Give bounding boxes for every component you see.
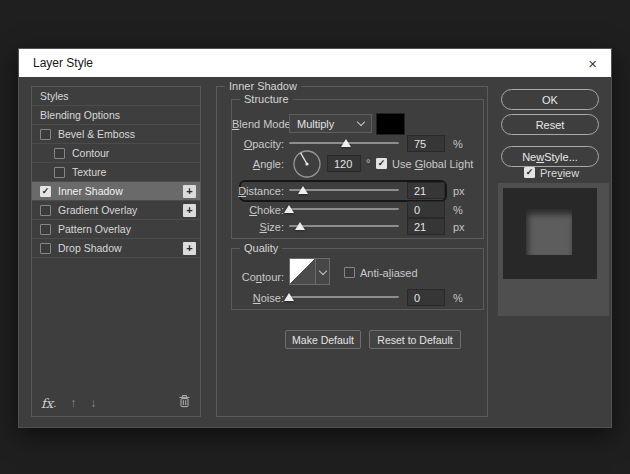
choke-slider-thumb[interactable]	[284, 205, 294, 213]
distance-slider[interactable]	[289, 189, 399, 191]
distance-label: Distance:	[232, 185, 284, 197]
add-drop-shadow-button[interactable]: +	[183, 242, 196, 255]
angle-input[interactable]: 120	[327, 155, 361, 172]
close-icon[interactable]: ×	[588, 56, 597, 71]
styles-sidebar: Styles Blending Options ✓ Bevel & Emboss…	[31, 86, 201, 417]
size-slider-thumb[interactable]	[295, 222, 305, 230]
choke-slider[interactable]	[289, 208, 399, 210]
preview-label[interactable]: Preview	[540, 167, 579, 179]
sidebar-item-label: Bevel & Emboss	[58, 128, 135, 140]
style-preview-swatch	[526, 209, 572, 255]
size-unit: px	[453, 221, 465, 233]
quality-group: Quality Contour: ✓ Anti-aliased Noise: 0…	[231, 248, 484, 310]
angle-label: Angle:	[232, 158, 284, 170]
anti-aliased-label[interactable]: Anti-aliased	[360, 267, 418, 279]
sidebar-item-label: Styles	[40, 90, 69, 102]
opacity-input[interactable]: 75	[407, 135, 445, 152]
title-bar[interactable]: Layer Style ×	[19, 49, 611, 77]
noise-unit: %	[453, 292, 463, 304]
texture-checkbox[interactable]: ✓	[54, 167, 65, 178]
use-global-light-label[interactable]: Use Global Light	[392, 158, 473, 170]
bevel-emboss-checkbox[interactable]: ✓	[40, 129, 51, 140]
noise-input[interactable]: 0	[407, 289, 445, 306]
inner-shadow-checkbox[interactable]: ✓	[40, 186, 51, 197]
sidebar-item-bevel-emboss[interactable]: ✓ Bevel & Emboss	[32, 125, 200, 144]
sidebar-item-drop-shadow[interactable]: ✓ Drop Shadow +	[32, 239, 200, 258]
sidebar-item-gradient-overlay[interactable]: ✓ Gradient Overlay +	[32, 201, 200, 220]
structure-group: Structure Blend Mode: Multiply Opacity: …	[231, 99, 484, 239]
opacity-slider-thumb[interactable]	[341, 139, 351, 147]
structure-legend: Structure	[240, 93, 293, 105]
pattern-overlay-checkbox[interactable]: ✓	[40, 224, 51, 235]
quality-legend: Quality	[240, 242, 282, 254]
blend-mode-select[interactable]: Multiply	[289, 114, 372, 133]
use-global-light-checkbox[interactable]: ✓	[376, 158, 387, 169]
add-gradient-overlay-button[interactable]: +	[183, 204, 196, 217]
chevron-down-icon	[357, 118, 365, 126]
sidebar-item-label: Gradient Overlay	[58, 204, 137, 216]
inner-shadow-panel: Inner Shadow Structure Blend Mode: Multi…	[216, 86, 488, 417]
reset-button[interactable]: Reset	[501, 114, 599, 135]
choke-input[interactable]: 0	[407, 201, 445, 218]
anti-aliased-checkbox[interactable]: ✓	[344, 267, 355, 278]
add-inner-shadow-button[interactable]: +	[183, 185, 196, 198]
distance-slider-thumb[interactable]	[298, 186, 308, 194]
sidebar-item-contour[interactable]: ✓ Contour	[32, 144, 200, 163]
sidebar-item-label: Drop Shadow	[58, 242, 122, 254]
blend-mode-value: Multiply	[297, 118, 334, 130]
sidebar-item-texture[interactable]: ✓ Texture	[32, 163, 200, 182]
new-style-button[interactable]: New Style...	[501, 146, 599, 167]
angle-dial[interactable]	[292, 149, 322, 179]
ok-button[interactable]: OK	[501, 89, 599, 110]
move-down-icon[interactable]: ↓	[90, 396, 96, 410]
delete-effect-icon[interactable]	[178, 394, 191, 412]
noise-label: Noise:	[232, 292, 284, 304]
shadow-color-swatch[interactable]	[376, 113, 405, 135]
style-preview-panel	[498, 183, 609, 316]
size-slider[interactable]	[289, 225, 399, 227]
fx-dot: .	[53, 397, 56, 409]
size-input[interactable]: 21	[407, 218, 445, 235]
opacity-slider[interactable]	[289, 142, 399, 144]
dialog-title: Layer Style	[33, 56, 93, 70]
layer-style-dialog: Layer Style × Styles Blending Options ✓ …	[18, 48, 612, 428]
preview-checkbox[interactable]: ✓	[524, 167, 535, 178]
angle-unit: °	[366, 157, 370, 169]
drop-shadow-checkbox[interactable]: ✓	[40, 243, 51, 254]
make-default-button[interactable]: Make Default	[285, 330, 361, 349]
distance-input[interactable]: 21	[407, 182, 445, 199]
contour-thumbnail[interactable]	[289, 258, 316, 285]
blend-mode-label: Blend Mode:	[232, 118, 284, 130]
noise-slider[interactable]	[289, 296, 399, 298]
sidebar-item-pattern-overlay[interactable]: ✓ Pattern Overlay	[32, 220, 200, 239]
sidebar-item-inner-shadow[interactable]: ✓ Inner Shadow +	[32, 182, 200, 201]
noise-slider-thumb[interactable]	[284, 293, 294, 301]
contour-checkbox[interactable]: ✓	[54, 148, 65, 159]
opacity-label: Opacity:	[232, 138, 284, 150]
sidebar-item-label: Blending Options	[40, 109, 120, 121]
move-up-icon[interactable]: ↑	[70, 396, 76, 410]
gradient-overlay-checkbox[interactable]: ✓	[40, 205, 51, 216]
fx-icon[interactable]: fx	[41, 396, 53, 411]
sidebar-item-label: Contour	[72, 147, 109, 159]
chevron-down-icon	[318, 266, 326, 274]
contour-picker-button[interactable]	[316, 258, 330, 285]
choke-unit: %	[453, 204, 463, 216]
opacity-unit: %	[453, 138, 463, 150]
size-label: Size:	[232, 221, 284, 233]
distance-unit: px	[453, 185, 465, 197]
sidebar-item-blending-options[interactable]: Blending Options	[32, 106, 200, 125]
style-preview-canvas	[503, 188, 597, 279]
sidebar-item-label: Texture	[72, 166, 106, 178]
sidebar-footer: fx. ↑ ↓	[32, 390, 200, 416]
sidebar-item-label: Inner Shadow	[58, 185, 123, 197]
sidebar-item-label: Pattern Overlay	[58, 223, 131, 235]
reset-to-default-button[interactable]: Reset to Default	[369, 330, 461, 349]
choke-label: Choke:	[232, 204, 284, 216]
panel-title: Inner Shadow	[225, 80, 301, 92]
contour-label: Contour:	[232, 271, 284, 283]
sidebar-item-styles[interactable]: Styles	[32, 87, 200, 106]
